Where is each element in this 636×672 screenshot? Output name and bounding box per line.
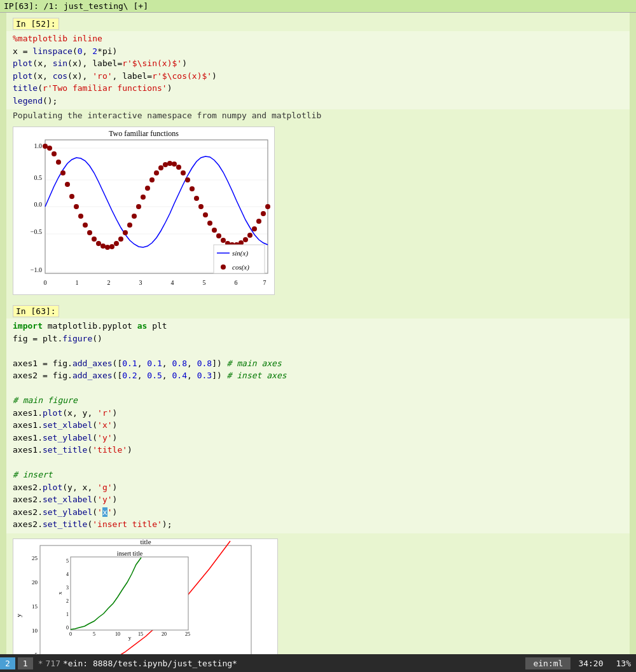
svg-point-32 — [92, 237, 97, 242]
svg-text:y: y — [128, 634, 132, 641]
svg-rect-93 — [71, 557, 188, 630]
cell-52-output: Populating the interactive namespace fro… — [6, 109, 630, 121]
cell-52-label: In [52]: — [13, 18, 59, 30]
status-line-count: 717 — [45, 659, 60, 668]
svg-point-34 — [100, 243, 106, 249]
svg-point-28 — [74, 204, 79, 209]
svg-point-55 — [194, 196, 199, 201]
cell-63: In [63]: import matplotlib.pyplot as plt… — [6, 300, 630, 672]
svg-text:0: 0 — [66, 625, 69, 631]
svg-point-48 — [163, 162, 168, 167]
svg-point-24 — [56, 160, 61, 165]
title-bar: IP[63]: /1: just_testing\ [+] — [0, 0, 636, 13]
cell-52-code[interactable]: %matplotlib inline x = linspace(0, 2*pi)… — [6, 31, 630, 109]
cell-63-label: In [63]: — [13, 305, 59, 317]
svg-point-47 — [158, 165, 163, 170]
svg-point-52 — [181, 170, 186, 175]
plot-1: Two familiar functions 1.0 0.5 0.0 −0.5 … — [13, 127, 275, 295]
svg-point-40 — [127, 223, 132, 228]
status-modified: * — [38, 659, 43, 668]
cell-52-output-text: Populating the interactive namespace fro… — [13, 111, 321, 120]
svg-text:0: 0 — [44, 279, 47, 286]
svg-point-41 — [132, 214, 137, 219]
status-position: 34:20 — [570, 657, 611, 669]
svg-point-75 — [221, 264, 226, 270]
svg-point-23 — [52, 151, 57, 156]
cell-52: In [52]: %matplotlib inline x = linspace… — [6, 13, 630, 300]
svg-point-22 — [47, 146, 52, 151]
svg-point-69 — [256, 219, 261, 224]
svg-point-39 — [123, 230, 128, 235]
status-percent: 13% — [611, 657, 636, 669]
svg-text:6: 6 — [235, 279, 238, 286]
title-text: IP[63]: /1: just_testing\ [+] — [4, 1, 148, 11]
svg-text:20: 20 — [162, 631, 167, 637]
plot-1-svg: Two familiar functions 1.0 0.5 0.0 −0.5 … — [13, 127, 274, 292]
svg-text:15: 15 — [138, 631, 143, 637]
cell-63-code[interactable]: import matplotlib.pyplot as plt fig = pl… — [6, 319, 630, 533]
svg-text:3: 3 — [66, 585, 69, 591]
svg-point-49 — [167, 161, 172, 166]
svg-point-38 — [118, 237, 123, 242]
svg-point-50 — [172, 161, 177, 167]
svg-text:4: 4 — [66, 572, 69, 577]
svg-text:10: 10 — [115, 631, 120, 637]
svg-text:2: 2 — [66, 598, 69, 604]
svg-point-36 — [109, 244, 114, 249]
svg-text:1.0: 1.0 — [34, 142, 43, 149]
status-filename: *ein: 8888/test.ipynb/just_testing* — [63, 659, 520, 668]
svg-point-29 — [78, 214, 83, 219]
status-mode: ein:ml — [525, 657, 570, 669]
svg-text:cos(x): cos(x) — [232, 263, 249, 271]
svg-point-54 — [190, 186, 195, 191]
status-cell-num2: 1 — [18, 657, 33, 669]
svg-point-26 — [65, 182, 70, 187]
svg-point-60 — [216, 233, 221, 238]
svg-point-56 — [198, 204, 204, 209]
plot-2: title y x 0 5 10 15 20 25 0 1 2 3 4 5 — [13, 538, 278, 673]
svg-text:1: 1 — [66, 612, 69, 617]
svg-text:y: y — [15, 613, 22, 617]
svg-text:5: 5 — [66, 558, 69, 564]
svg-point-30 — [83, 223, 88, 228]
svg-text:3: 3 — [139, 279, 142, 286]
svg-point-53 — [185, 177, 190, 182]
svg-point-44 — [145, 186, 150, 191]
svg-text:2: 2 — [107, 279, 111, 286]
svg-point-71 — [265, 204, 270, 209]
svg-point-51 — [176, 165, 181, 170]
svg-text:4: 4 — [171, 279, 174, 286]
svg-point-43 — [141, 195, 146, 200]
plot-2-svg: title y x 0 5 10 15 20 25 0 1 2 3 4 5 — [13, 539, 277, 673]
svg-text:0.0: 0.0 — [34, 201, 43, 208]
svg-point-57 — [203, 212, 208, 217]
plot-1-title: Two familiar functions — [109, 129, 179, 138]
svg-point-46 — [154, 170, 159, 175]
svg-point-59 — [212, 228, 217, 233]
svg-text:25: 25 — [185, 631, 190, 637]
plot-2-main-title: title — [140, 539, 151, 545]
svg-point-21 — [43, 144, 48, 149]
svg-text:0.5: 0.5 — [34, 174, 43, 181]
notebook: In [52]: %matplotlib inline x = linspace… — [6, 13, 630, 672]
svg-text:25: 25 — [32, 555, 38, 561]
svg-point-25 — [60, 170, 66, 175]
status-bar: 2 1 * 717 *ein: 8888/test.ipynb/just_tes… — [0, 654, 636, 672]
svg-text:−0.5: −0.5 — [31, 228, 42, 235]
svg-point-70 — [261, 211, 266, 216]
svg-text:1: 1 — [76, 279, 79, 286]
svg-point-42 — [136, 204, 141, 209]
svg-point-27 — [69, 194, 74, 199]
svg-text:15: 15 — [32, 603, 38, 610]
svg-point-33 — [96, 241, 101, 246]
svg-text:5: 5 — [93, 631, 95, 637]
svg-point-31 — [87, 230, 92, 235]
svg-text:7: 7 — [263, 279, 266, 286]
svg-point-66 — [243, 237, 248, 242]
svg-text:5: 5 — [203, 279, 206, 286]
svg-point-45 — [149, 177, 155, 182]
svg-point-35 — [105, 245, 110, 250]
svg-point-68 — [252, 226, 257, 231]
svg-text:10: 10 — [32, 627, 38, 634]
svg-text:0: 0 — [69, 631, 72, 637]
